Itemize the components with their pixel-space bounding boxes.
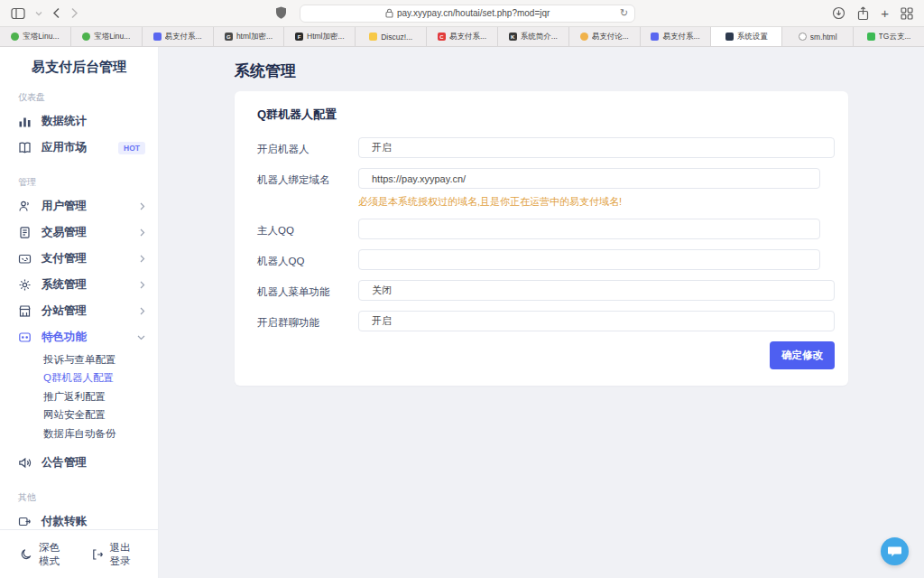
browser-tab[interactable]: TG云支... bbox=[854, 27, 924, 46]
chat-fab-button[interactable] bbox=[881, 537, 909, 565]
browser-tab-active[interactable]: 系统设置 bbox=[711, 27, 782, 46]
sidebar-subitem-rebate[interactable]: 推广返利配置 bbox=[0, 387, 158, 406]
sidebar-item-stats[interactable]: 数据统计 bbox=[0, 108, 158, 135]
sidebar-subitem-complaints[interactable]: 投诉与查单配置 bbox=[0, 350, 158, 369]
tab-favicon bbox=[651, 33, 659, 41]
form-row: 主人QQ bbox=[257, 219, 835, 239]
robot-qq-input[interactable] bbox=[358, 249, 820, 270]
tab-overview-icon[interactable] bbox=[901, 7, 913, 20]
bind-domain-input[interactable] bbox=[358, 168, 820, 189]
browser-tab[interactable]: C易支付系... bbox=[427, 27, 498, 46]
form-row: 机器人绑定域名 必须是本系统授权过的域名,且是你正在运营中的易支付域名! bbox=[257, 168, 835, 209]
sidebar-item-market[interactable]: 应用市场 HOT bbox=[0, 135, 158, 161]
reload-icon[interactable]: ↻ bbox=[620, 7, 628, 19]
sidebar-item-system[interactable]: 系统管理 bbox=[0, 272, 158, 298]
dark-mode-toggle[interactable]: 深色模式 bbox=[20, 541, 68, 568]
tab-strip: 宝塔Linu... 宝塔Linu... 易支付系... Ghtml加密... F… bbox=[0, 27, 924, 47]
lock-icon bbox=[385, 8, 393, 18]
owner-qq-input[interactable] bbox=[358, 219, 820, 239]
chevron-right-icon bbox=[140, 202, 145, 210]
page-title: 系统管理 bbox=[235, 61, 848, 81]
browser-tab[interactable]: 易支付系... bbox=[641, 27, 712, 46]
browser-tab[interactable]: Ghtml加密... bbox=[214, 27, 285, 46]
book-icon bbox=[18, 141, 32, 154]
browser-tab[interactable]: 宝塔Linu... bbox=[0, 27, 71, 46]
tab-favicon: F bbox=[295, 33, 303, 41]
card-title: Q群机器人配置 bbox=[257, 107, 835, 123]
tab-favicon bbox=[867, 33, 875, 41]
browser-tab[interactable]: sm.html bbox=[782, 27, 854, 46]
field-label: 开启机器人 bbox=[257, 137, 358, 158]
browser-tab[interactable]: K系统简介... bbox=[498, 27, 569, 46]
transfer-icon bbox=[18, 515, 32, 528]
sidebar-item-trades[interactable]: 交易管理 bbox=[0, 219, 158, 246]
forward-button[interactable] bbox=[70, 7, 79, 19]
browser-tab[interactable]: 易支付论... bbox=[569, 27, 641, 46]
field-label: 机器人QQ bbox=[257, 249, 358, 270]
sidebar-item-features[interactable]: 特色功能 bbox=[0, 324, 158, 350]
tab-favicon: K bbox=[509, 33, 517, 41]
back-button[interactable] bbox=[52, 7, 60, 19]
main-content: 系统管理 Q群机器人配置 开启机器人 机器人绑定域名 必须是本系统授权过的域名,… bbox=[159, 47, 924, 578]
hot-badge: HOT bbox=[118, 142, 145, 154]
browser-tab[interactable]: 宝塔Linu... bbox=[71, 27, 143, 46]
tab-favicon bbox=[153, 33, 162, 41]
chevron-right-icon bbox=[140, 228, 145, 237]
tab-favicon: C bbox=[438, 33, 446, 41]
tab-favicon bbox=[11, 33, 19, 41]
field-label: 开启群聊功能 bbox=[257, 311, 358, 331]
url-text: pay.xyypay.cn/houtai/set.php?mod=jqr bbox=[397, 8, 550, 18]
sidebar-subitem-security[interactable]: 网站安全配置 bbox=[0, 406, 158, 425]
tab-favicon bbox=[799, 33, 807, 41]
tab-favicon bbox=[369, 33, 377, 41]
section-label-dashboard: 仪表盘 bbox=[18, 91, 158, 104]
robot-menu-select[interactable] bbox=[358, 280, 835, 301]
address-bar[interactable]: pay.xyypay.cn/houtai/set.php?mod=jqr ↻ bbox=[300, 5, 635, 23]
sidebar-subitem-qq-robot[interactable]: Q群机器人配置 bbox=[0, 369, 158, 388]
chevron-right-icon bbox=[140, 281, 145, 289]
section-label-other: 其他 bbox=[18, 491, 158, 504]
sidebar-item-payments[interactable]: 支付管理 bbox=[0, 246, 158, 272]
chevron-down-icon bbox=[137, 335, 145, 340]
form-row: 机器人菜单功能 bbox=[257, 280, 835, 301]
tab-favicon: G bbox=[225, 33, 233, 41]
browser-tab[interactable]: FHtml加密... bbox=[284, 27, 356, 46]
gear-icon bbox=[18, 278, 32, 292]
toolbar-chevron-down-icon[interactable] bbox=[35, 11, 42, 16]
form-row: 开启机器人 bbox=[257, 137, 835, 158]
storefront-icon bbox=[18, 304, 32, 318]
domain-help-text: 必须是本系统授权过的域名,且是你正在运营中的易支付域名! bbox=[358, 195, 835, 209]
app-title: 易支付后台管理 bbox=[0, 47, 158, 76]
sidebar: 易支付后台管理 仪表盘 数据统计 应用市场 HOT 管理 用户管理 交易管理 bbox=[0, 47, 159, 578]
form-row: 开启群聊功能 bbox=[257, 311, 835, 331]
logout-button[interactable]: 退出登录 bbox=[91, 541, 139, 568]
browser-tab[interactable]: Discuz!... bbox=[356, 27, 427, 46]
robot-enable-select[interactable] bbox=[358, 137, 835, 158]
sidebar-item-announcements[interactable]: 公告管理 bbox=[0, 450, 158, 476]
card-icon bbox=[18, 252, 32, 266]
sidebar-footer: 深色模式 退出登录 bbox=[0, 529, 158, 578]
sidebar-item-substations[interactable]: 分站管理 bbox=[0, 298, 158, 324]
downloads-icon[interactable] bbox=[832, 6, 845, 20]
users-icon bbox=[18, 200, 32, 213]
group-chat-select[interactable] bbox=[358, 311, 835, 331]
browser-toolbar: pay.xyypay.cn/houtai/set.php?mod=jqr ↻ + bbox=[0, 0, 924, 27]
new-tab-icon[interactable]: + bbox=[881, 6, 889, 20]
sidebar-item-users[interactable]: 用户管理 bbox=[0, 193, 158, 219]
moon-icon bbox=[20, 548, 32, 561]
browser-tab[interactable]: 易支付系... bbox=[143, 27, 214, 46]
field-label: 机器人绑定域名 bbox=[257, 168, 358, 209]
chevron-right-icon bbox=[140, 307, 145, 315]
section-label-manage: 管理 bbox=[18, 176, 158, 189]
field-label: 主人QQ bbox=[257, 219, 358, 239]
field-label: 机器人菜单功能 bbox=[257, 280, 358, 301]
chat-bubble-icon bbox=[887, 545, 902, 558]
submit-button[interactable]: 确定修改 bbox=[770, 341, 835, 369]
privacy-shield-icon[interactable] bbox=[275, 6, 287, 20]
config-card: Q群机器人配置 开启机器人 机器人绑定域名 必须是本系统授权过的域名,且是你正在… bbox=[235, 91, 848, 386]
tab-favicon bbox=[580, 33, 588, 41]
sidebar-toggle-icon[interactable] bbox=[11, 7, 25, 20]
tab-favicon bbox=[82, 33, 90, 41]
sidebar-subitem-backup[interactable]: 数据库自动备份 bbox=[0, 424, 158, 443]
share-icon[interactable] bbox=[857, 6, 869, 21]
